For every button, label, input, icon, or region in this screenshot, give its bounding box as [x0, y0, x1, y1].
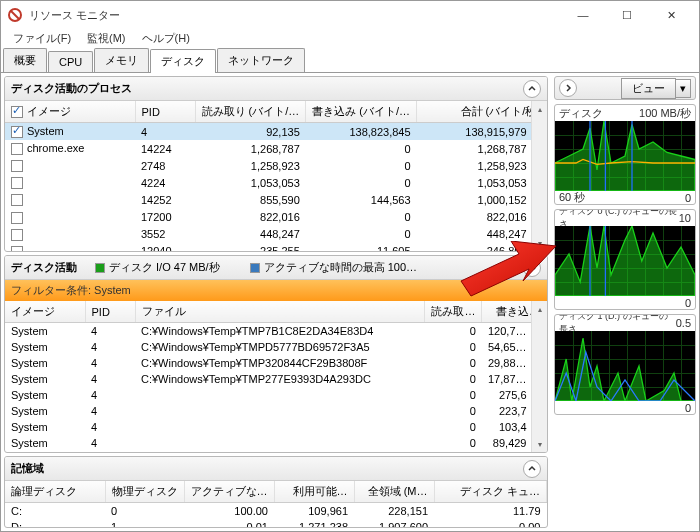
- row-checkbox[interactable]: [11, 194, 23, 206]
- row-checkbox[interactable]: [11, 160, 23, 172]
- panel-title: 記憶域: [11, 461, 44, 476]
- svg-line-1: [11, 11, 19, 19]
- tab-cpu[interactable]: CPU: [48, 51, 93, 72]
- row-checkbox[interactable]: [11, 143, 23, 155]
- collapse-charts-button[interactable]: [559, 79, 577, 97]
- menu-help[interactable]: ヘルプ(H): [134, 29, 198, 49]
- collapse-button[interactable]: [523, 460, 541, 478]
- table-row[interactable]: System40103,4: [5, 419, 547, 435]
- table-row[interactable]: D:10.011,271,2381,907,6000.00: [5, 519, 547, 527]
- table-row[interactable]: System40275,6: [5, 387, 547, 403]
- tab-overview[interactable]: 概要: [3, 48, 47, 72]
- storage-grid[interactable]: 論理ディスク 物理ディスク アクティブな… 利用可能… 全領域 (M… ディスク…: [5, 481, 547, 527]
- minimize-button[interactable]: —: [561, 1, 605, 29]
- filter-bar[interactable]: フィルター条件: System: [5, 280, 547, 301]
- activity-grid[interactable]: イメージ PID ファイル 読み取… 書き込… System4C:¥Window…: [5, 301, 547, 452]
- chart-disk: ディスク100 MB/秒 60 秒0: [554, 104, 696, 205]
- title-bar: リソース モニター — ☐ ✕: [1, 1, 699, 29]
- table-row[interactable]: System40223,7: [5, 403, 547, 419]
- maximize-button[interactable]: ☐: [605, 1, 649, 29]
- table-row[interactable]: chrome.exe142241,268,78701,268,787: [5, 140, 547, 157]
- processes-grid[interactable]: イメージ PID 読み取り (バイト/… 書き込み (バイト/… 合計 (バイト…: [5, 101, 547, 251]
- table-row[interactable]: 27481,258,92301,258,923: [5, 157, 547, 174]
- table-row[interactable]: System492,135138,823,845138,915,979: [5, 123, 547, 141]
- table-row[interactable]: 3552448,2470448,247: [5, 226, 547, 243]
- table-row[interactable]: System4C:¥Windows¥Temp¥TMP320844CF29B380…: [5, 355, 547, 371]
- panel-title: ディスク活動のプロセス: [11, 81, 132, 96]
- table-row[interactable]: 14252855,590144,5631,000,152: [5, 191, 547, 208]
- row-checkbox[interactable]: [11, 229, 23, 241]
- table-row[interactable]: 42241,053,05301,053,053: [5, 174, 547, 191]
- app-icon: [7, 7, 23, 23]
- chart-queue-d: ディスク 1 (D:) のキューの長さ0.5 0: [554, 314, 696, 415]
- disk-processes-panel: ディスク活動のプロセス イメージ PID 読み取り (バイト/… 書き込み (バ…: [4, 76, 548, 252]
- tab-bar: 概要 CPU メモリ ディスク ネットワーク: [1, 49, 699, 73]
- panel-title: ディスク活動: [11, 260, 77, 275]
- tab-memory[interactable]: メモリ: [94, 48, 149, 72]
- row-checkbox[interactable]: [11, 246, 23, 251]
- table-row[interactable]: System4089,429: [5, 435, 547, 451]
- table-row[interactable]: System4C:¥Windows¥Temp¥TMP7B1C8E2DA34E83…: [5, 323, 547, 340]
- scrollbar[interactable]: ▴▾: [531, 101, 547, 251]
- view-button[interactable]: ビュー: [621, 78, 676, 99]
- window-title: リソース モニター: [29, 8, 561, 23]
- charts-header: ビュー ▾: [554, 76, 696, 100]
- close-button[interactable]: ✕: [649, 1, 693, 29]
- collapse-button[interactable]: [523, 80, 541, 98]
- scrollbar[interactable]: ▴▾: [531, 301, 547, 452]
- menu-monitor[interactable]: 監視(M): [79, 29, 134, 49]
- header-checkbox[interactable]: [11, 106, 23, 118]
- table-row[interactable]: System4C:¥Windows¥Temp¥TMP277E9393D4A293…: [5, 371, 547, 387]
- tab-network[interactable]: ネットワーク: [217, 48, 305, 72]
- table-row[interactable]: C:0100.00109,961228,15111.79: [5, 503, 547, 520]
- storage-panel: 記憶域 論理ディスク 物理ディスク アクティブな… 利用可能… 全領域 (M… …: [4, 456, 548, 528]
- row-checkbox[interactable]: [11, 126, 23, 138]
- menu-file[interactable]: ファイル(F): [5, 29, 79, 49]
- table-row[interactable]: System4C:¥Windows¥Temp¥TMPD5777BD69572F3…: [5, 339, 547, 355]
- collapse-button[interactable]: [523, 259, 541, 277]
- row-checkbox[interactable]: [11, 177, 23, 189]
- view-dropdown[interactable]: ▾: [676, 79, 691, 98]
- tab-disk[interactable]: ディスク: [150, 49, 216, 73]
- table-row[interactable]: 12040235,25511,605246,861: [5, 243, 547, 251]
- table-row[interactable]: System0085,7…: [5, 451, 547, 452]
- table-row[interactable]: 17200822,0160822,016: [5, 208, 547, 225]
- row-checkbox[interactable]: [11, 212, 23, 224]
- disk-activity-panel: ディスク活動 ディスク I/O 47 MB/秒 アクティブな時間の最高 100……: [4, 255, 548, 453]
- menu-bar: ファイル(F) 監視(M) ヘルプ(H): [1, 29, 699, 49]
- chart-queue-c: ディスク 0 (C:) のキューの長さ10 0: [554, 209, 696, 310]
